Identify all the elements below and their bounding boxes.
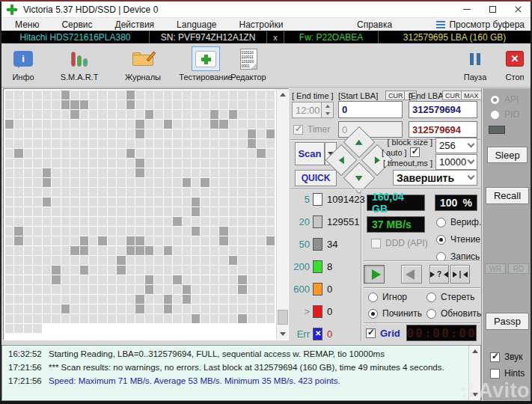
block-map-scrollbar[interactable] <box>276 89 288 340</box>
block-map-cell <box>5 246 13 255</box>
seek-error-button[interactable]: ? <box>429 265 449 284</box>
auto-checkbox[interactable] <box>410 147 420 157</box>
block-map-cell <box>126 227 135 236</box>
block-map-cell <box>33 314 41 323</box>
api-radio-row[interactable]: API <box>490 94 519 105</box>
passp-button[interactable]: Passp <box>486 313 529 330</box>
read-radio[interactable] <box>436 235 446 245</box>
scan-button[interactable]: Scan <box>295 142 325 165</box>
minimize-button[interactable] <box>454 1 480 17</box>
block-map-cell <box>266 236 275 245</box>
refresh-radio-row[interactable]: Обновить <box>426 308 481 319</box>
pause-button[interactable]: Пауза <box>456 46 494 82</box>
sleep-button[interactable]: Sleep <box>487 147 528 163</box>
rewind-button[interactable] <box>401 265 422 284</box>
erase-radio[interactable] <box>426 293 436 302</box>
spin-up-button[interactable] <box>322 102 333 110</box>
menu-item-help[interactable]: Справка <box>357 19 392 30</box>
block-map-cell <box>61 129 70 138</box>
close-button[interactable] <box>505 1 531 17</box>
scroll-up-button[interactable] <box>469 346 481 357</box>
recall-button[interactable]: Recall <box>486 187 529 204</box>
grid-checkbox[interactable] <box>366 328 376 338</box>
end-time-spinner[interactable]: 12:00 <box>292 102 334 118</box>
timeout-select[interactable]: 10000 <box>435 154 477 170</box>
log-scrollbar[interactable] <box>468 346 480 400</box>
seek-end-button[interactable]: | <box>450 265 470 284</box>
block-map-cell <box>24 110 32 119</box>
api-radio[interactable] <box>490 95 500 105</box>
menu-item-menu[interactable]: Меню <box>15 19 39 30</box>
block-map-cell <box>108 120 116 129</box>
menu-item-service[interactable]: Сервис <box>61 19 92 30</box>
timer-checkbox[interactable] <box>293 125 303 135</box>
block-map-cell <box>70 266 79 275</box>
verify-radio-row[interactable]: Вериф. <box>436 217 481 227</box>
remap-radio[interactable] <box>368 309 378 319</box>
pio-radio[interactable] <box>490 110 500 120</box>
block-map-cell <box>173 110 181 119</box>
buffer-view-button[interactable]: Просмотр буфера <box>436 19 525 30</box>
end-lba-cur-button[interactable]: CUR <box>442 91 463 100</box>
hints-label: Hints <box>504 368 525 379</box>
read-radio-row[interactable]: Чтение <box>436 234 480 245</box>
hints-checkbox[interactable] <box>490 369 500 379</box>
scroll-down-button[interactable] <box>277 328 289 340</box>
grid-checkbox-row[interactable]: Grid <box>366 328 400 339</box>
end-lba-input[interactable]: 312579694 <box>409 101 477 118</box>
quick-button[interactable]: QUICK <box>295 170 337 186</box>
remap-radio-row[interactable]: Починить <box>368 308 422 319</box>
after-scan-action-select[interactable]: Завершить <box>393 170 477 186</box>
menu-item-settings[interactable]: Настройки <box>239 19 284 30</box>
block-map-cell <box>80 285 88 294</box>
block-size-select[interactable]: 256 <box>435 138 477 153</box>
end-lba-max-button[interactable]: MAX <box>461 91 482 100</box>
smart-button[interactable]: S.M.A.R.T <box>55 46 103 82</box>
journals-button[interactable]: Журналы <box>121 46 165 82</box>
block-map-cell <box>248 129 256 138</box>
maximize-button[interactable] <box>480 1 505 17</box>
block-map-cell <box>70 246 79 255</box>
start-lba-cur-button[interactable]: CUR <box>385 91 406 100</box>
block-map-cell <box>164 129 172 138</box>
ddd-checkbox-row[interactable]: DDD (API) <box>371 238 428 248</box>
buffer-view-label: Просмотр буфера <box>449 19 525 30</box>
menu-item-actions[interactable]: Действия <box>115 19 155 30</box>
pio-radio-row[interactable]: PIO <box>490 109 520 120</box>
verify-radio[interactable] <box>436 218 446 227</box>
spin-down-button[interactable] <box>322 110 333 117</box>
scroll-up-button[interactable] <box>277 89 289 100</box>
auto-checkbox-row[interactable]: [ auto ] <box>382 147 420 157</box>
erase-radio-row[interactable]: Стереть <box>426 292 474 302</box>
block-map-cell <box>135 129 144 138</box>
stop-button[interactable]: ✕ Стоп <box>498 46 531 82</box>
block-map-cell <box>117 256 125 265</box>
block-map-cell <box>43 295 51 304</box>
start-lba-input[interactable]: 0 <box>338 101 403 118</box>
ignore-radio-row[interactable]: Игнор <box>368 292 407 302</box>
editor-button[interactable]: 010110 110011 101000 0001 Редактор <box>226 46 271 82</box>
block-map-cell <box>43 256 51 265</box>
info-button[interactable]: i Инфо <box>6 46 40 82</box>
block-map-cell <box>154 110 162 119</box>
scrollbar-thumb[interactable] <box>278 310 288 325</box>
sound-checkbox[interactable] <box>490 352 500 362</box>
wr-button[interactable]: WR <box>485 263 506 274</box>
ignore-radio[interactable] <box>368 293 378 302</box>
hints-checkbox-row[interactable]: Hints <box>490 368 525 379</box>
after-scan-action-value: Завершить <box>397 172 454 184</box>
timer-checkbox-row[interactable]: Timer <box>293 124 330 135</box>
scroll-down-button[interactable] <box>469 389 481 400</box>
block-map-cell <box>70 227 79 236</box>
block-map-cell <box>266 275 275 284</box>
block-map-cell <box>14 324 22 333</box>
block-map-cell <box>238 304 246 313</box>
rd-button[interactable]: RD <box>508 263 529 274</box>
menu-item-language[interactable]: Language <box>177 19 216 30</box>
play-button[interactable] <box>364 265 385 284</box>
refresh-radio[interactable] <box>426 309 436 319</box>
sound-checkbox-row[interactable]: Звук <box>490 352 523 362</box>
stat-label: Err <box>292 328 310 340</box>
spinner-buttons[interactable] <box>322 102 334 118</box>
ddd-checkbox[interactable] <box>371 239 381 248</box>
